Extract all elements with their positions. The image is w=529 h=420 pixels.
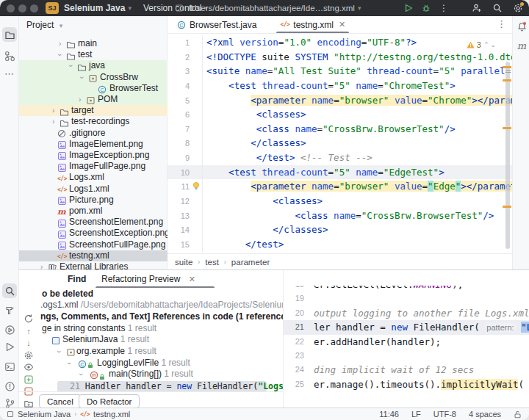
tab-find[interactable]: Find [68, 270, 86, 288]
build-hammer-icon[interactable] [2, 303, 17, 317]
project-name-menu[interactable]: Selenium Java [64, 3, 125, 13]
editor-scrollbar[interactable] [505, 62, 510, 249]
tree-row[interactable]: ›org.example 1 result [38, 346, 283, 358]
file-encoding[interactable]: UTF-8 [433, 410, 456, 419]
tree-item-pom[interactable]: ›POM [19, 94, 168, 105]
caret-position[interactable]: 11:46 [379, 410, 399, 419]
tree-item-screenshotelement-png[interactable]: ScreenshotElement.png [19, 217, 168, 228]
code-line-7[interactable]: 7 <class name="CrossBrw.BrowserTest"/> [168, 122, 512, 137]
usage-row[interactable]: 21 Handler handler = new FileHandler("Lo… [38, 381, 283, 393]
warning-stripe-mark[interactable] [503, 79, 511, 82]
tree-item-external-libraries[interactable]: ›External Libraries [19, 261, 168, 269]
preview-line-22[interactable]: 22er.addHandler(handler); [284, 335, 529, 349]
tab-testng-xml[interactable]: </> testng.xml ✕ [273, 16, 352, 33]
code-line-14[interactable]: 14 </classes> [168, 222, 512, 237]
tree-row[interactable]: .ogs1.xml /Users/debomitabhattacharjee/I… [38, 300, 283, 311]
tree-item-test-recordings[interactable]: ›test-recordings [19, 116, 168, 127]
chevron-right-icon[interactable]: › [59, 38, 61, 49]
code-editor[interactable]: 3 ⌃⌄ 1<?xml version="1.0" encoding="UTF-… [168, 34, 512, 253]
tree-item-test[interactable]: ›test [19, 49, 168, 60]
tab-options-icon[interactable]: ⋮ [497, 18, 506, 29]
warning-stripe-mark[interactable] [503, 206, 511, 208]
preview-line-23[interactable]: 23 [284, 349, 529, 363]
search-icon[interactable] [2, 283, 17, 298]
tree-item-main[interactable]: ›main [19, 38, 168, 49]
refresh-icon[interactable] [21, 312, 36, 325]
run-configuration[interactable]: /Users/debomitabhattacharjee/Ide…stng.xm… [175, 0, 361, 16]
project-panel-header[interactable]: Project ▾ [19, 16, 167, 34]
tab-browsertest-java[interactable]: C BrowserTest.java [170, 16, 263, 33]
chevron-down-icon[interactable]: › [76, 76, 87, 79]
code-line-13[interactable]: 13 <class name="CrossBrw.BrowserTest"/> [168, 209, 512, 223]
usage-code-preview[interactable]: 18er.setLevel(Level.WARNING);1920output … [284, 286, 529, 408]
chevron-down-icon[interactable]: › [53, 350, 65, 352]
expand-all-icon[interactable] [21, 373, 36, 386]
tree-item-logs1-xml[interactable]: </>Logs1.xml [19, 184, 168, 195]
inspection-widget[interactable]: 3 ⌃⌄ [467, 40, 497, 49]
unlock-icon[interactable] [514, 410, 522, 419]
chevron-down-icon[interactable]: › [54, 54, 65, 56]
cancel-button[interactable]: Cancel [39, 394, 82, 408]
preview-line-24[interactable]: 24ding implicit wait of 12 secs [284, 363, 529, 377]
tree-row[interactable]: ›mmain(String[]) 1 result [38, 369, 283, 380]
tree-row[interactable]: ngs, Comments, and Text] References in c… [38, 311, 283, 323]
tree-item-imageexception-png[interactable]: ImageException.png [19, 150, 168, 161]
tree-row[interactable]: ge in string constants 1 result [38, 323, 283, 335]
notifications-bell-icon[interactable] [514, 19, 529, 34]
tab-refactoring-preview[interactable]: Refactoring Preview ✕ [101, 270, 195, 288]
structure-icon[interactable] [2, 48, 17, 63]
more-tools-icon[interactable]: ⋯ [2, 66, 17, 81]
status-project[interactable]: Selenium Java [18, 410, 71, 419]
tree-item-picture-png[interactable]: Picture.png [19, 195, 168, 206]
tree-item-imageelement-png[interactable]: ImageElement.png [19, 139, 168, 150]
maven-tool-icon[interactable]: m [514, 38, 529, 53]
more-run-actions-icon[interactable]: ⋮ [439, 3, 449, 13]
window-zoom-button[interactable] [30, 4, 38, 12]
warning-stripe-mark[interactable] [503, 127, 511, 129]
code-line-11[interactable]: 11 <parameter name="browser" value="Edge… [168, 179, 512, 194]
services-icon[interactable] [2, 322, 17, 337]
tree-item-browsertest[interactable]: CBrowserTest [19, 83, 168, 94]
chevron-right-icon[interactable]: › [52, 105, 54, 116]
problems-icon[interactable] [2, 379, 17, 394]
breadcrumb-suite[interactable]: suite [175, 258, 192, 267]
tree-item-pom-xml[interactable]: mpom.xml [19, 206, 168, 217]
breadcrumb-parameter[interactable]: parameter [231, 258, 270, 267]
chevron-right-icon[interactable]: › [40, 261, 43, 269]
terminal-icon[interactable] [2, 359, 17, 374]
code-line-9[interactable]: 9 </test> <!-- Test --> [168, 151, 512, 165]
preview-line-19[interactable]: 19 [284, 292, 529, 305]
prev-next-warning-icons[interactable]: ⌃⌄ [483, 41, 497, 48]
tree-item-target[interactable]: ›target [19, 105, 168, 116]
do-refactor-button[interactable]: Do Refactor [79, 394, 140, 408]
settings-gear-icon[interactable] [513, 3, 523, 13]
tree-row[interactable]: SeleniumJava 1 result [38, 334, 283, 346]
tree-item-screenshotexception-png[interactable]: ScreenshotException.png [19, 228, 168, 239]
code-line-4[interactable]: 4 <test thread-count="5" name="ChromeTes… [168, 79, 512, 93]
code-line-5[interactable]: 5 <parameter name="browser" value="Chrom… [168, 93, 512, 108]
window-close-button[interactable] [7, 4, 15, 12]
code-line-6[interactable]: 6 <classes> [168, 107, 512, 122]
run-button[interactable] [404, 4, 413, 12]
intention-bulb-icon[interactable] [192, 181, 201, 191]
code-line-8[interactable]: 8 </classes> [168, 136, 512, 151]
tree-row[interactable]: o be deleted [38, 289, 283, 300]
preview-line-18[interactable]: 18er.setLevel(Level.WARNING); [284, 286, 529, 292]
status-file[interactable]: testng.xml [93, 410, 130, 419]
tree-item-crossbrw[interactable]: ›CrossBrw [19, 72, 168, 83]
tree-item-java[interactable]: ›java [19, 60, 168, 71]
line-separator[interactable]: LF [411, 410, 421, 419]
project-folder-icon[interactable] [2, 27, 17, 42]
add-user-icon[interactable] [472, 3, 482, 13]
preview-line-25[interactable]: 25er.manage().timeouts().implicitlyWait(… [284, 377, 529, 391]
preview-line-20[interactable]: 20output logging to another file Logs.xm… [284, 306, 529, 320]
nav-down-icon[interactable]: ↓ [21, 336, 36, 350]
run-icon[interactable] [2, 339, 17, 354]
preview-eye-icon[interactable] [21, 361, 36, 374]
code-line-1[interactable]: 1<?xml version="1.0" encoding="UTF-8"?> [168, 35, 512, 50]
code-line-15[interactable]: 15 </test> [168, 237, 512, 252]
chevron-right-icon[interactable]: › [79, 94, 81, 105]
debug-button[interactable] [422, 4, 431, 12]
filter-gear-icon[interactable] [21, 349, 36, 362]
warning-stripe-mark[interactable] [503, 66, 511, 68]
